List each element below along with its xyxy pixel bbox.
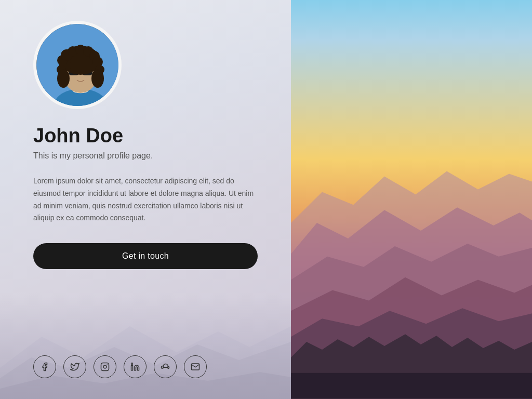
instagram-icon[interactable] [94, 355, 116, 378]
linkedin-icon[interactable] [124, 355, 147, 378]
get-in-touch-button[interactable]: Get in touch [33, 243, 258, 269]
facebook-icon[interactable] [33, 355, 56, 378]
social-icons-bar [33, 355, 258, 378]
soundcloud-icon[interactable] [154, 355, 177, 378]
left-panel: John Doe This is my personal profile pag… [0, 0, 291, 399]
profile-subtitle: This is my personal profile page. [33, 151, 258, 161]
email-icon[interactable] [184, 355, 207, 378]
profile-name: John Doe [33, 125, 258, 147]
svg-rect-29 [131, 366, 133, 370]
profile-bio: Lorem ipsum dolor sit amet, consectetur … [33, 175, 257, 224]
right-panel [291, 0, 532, 399]
svg-point-25 [57, 69, 70, 88]
svg-marker-38 [291, 373, 532, 399]
avatar [33, 21, 122, 109]
svg-point-26 [91, 69, 104, 88]
svg-point-30 [131, 363, 133, 365]
svg-rect-27 [101, 363, 109, 371]
twitter-icon[interactable] [63, 355, 86, 378]
